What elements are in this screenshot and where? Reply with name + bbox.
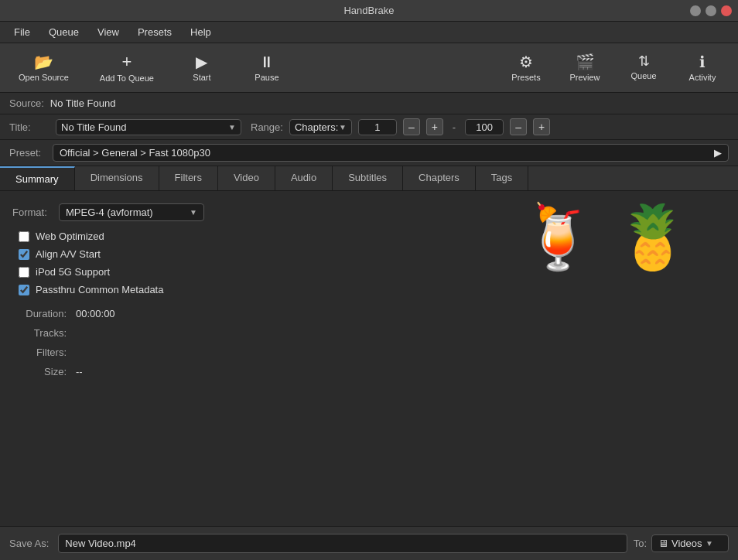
passthru-label: Passthru Common Metadata <box>36 284 163 295</box>
size-label: Size: <box>12 366 67 377</box>
save-as-bar: Save As: To: 🖥 Videos ▼ <box>0 526 738 560</box>
size-value: -- <box>76 366 83 377</box>
to-section: To: 🖥 Videos ▼ <box>634 534 729 552</box>
checkbox-passthru: Passthru Common Metadata <box>19 284 726 295</box>
gear-icon: ⚙ <box>519 54 533 70</box>
menu-queue[interactable]: Queue <box>41 24 87 40</box>
title-row: Title: No Title Found ▼ Range: Chapters:… <box>0 114 738 140</box>
preset-text: Official > General > Fast 1080p30 <box>60 147 210 159</box>
tab-tags[interactable]: Tags <box>476 166 528 190</box>
format-row: Format: MPEG-4 (avformat) ▼ <box>12 203 726 221</box>
range-label: Range: <box>251 121 283 133</box>
tab-subtitles[interactable]: Subtitles <box>333 166 403 190</box>
start-label: Start <box>193 73 210 82</box>
duration-label: Duration: <box>12 308 67 319</box>
preset-arrow: ▶ <box>714 147 722 159</box>
ipod-5g-checkbox[interactable] <box>19 267 29 278</box>
start-button[interactable]: ▶ Start <box>179 51 225 85</box>
preset-value-display[interactable]: Official > General > Fast 1080p30 ▶ <box>53 144 729 162</box>
close-button[interactable]: ✕ <box>721 5 732 16</box>
checkbox-web-optimized: Web Optimized <box>19 230 726 242</box>
preset-label: Preset: <box>9 147 46 159</box>
source-value: No Title Found <box>50 97 116 109</box>
tab-audio[interactable]: Audio <box>275 166 333 190</box>
menu-help[interactable]: Help <box>183 24 219 40</box>
pause-label: Pause <box>255 73 278 82</box>
range-end-decrement[interactable]: – <box>510 118 527 135</box>
preview-label: Preview <box>569 73 600 82</box>
menubar: File Queue View Presets Help <box>0 22 738 43</box>
plus-icon: + <box>121 53 132 70</box>
main-content: Format: MPEG-4 (avformat) ▼ Web Optimize… <box>0 191 738 479</box>
range-type-arrow: ▼ <box>339 123 347 131</box>
format-select-wrapper[interactable]: MPEG-4 (avformat) ▼ <box>59 203 204 221</box>
title-select-wrapper[interactable]: No Title Found ▼ <box>56 119 241 135</box>
title-select[interactable]: No Title Found <box>61 121 228 133</box>
passthru-checkbox[interactable] <box>19 285 29 295</box>
presets-label: Presets <box>511 73 540 82</box>
checkbox-group: Web Optimized Align A/V Start iPod 5G Su… <box>12 230 726 295</box>
open-source-button[interactable]: 📂 Open Source <box>12 51 75 85</box>
folder-open-icon: 📂 <box>34 54 53 70</box>
toolbar: 📂 Open Source + Add To Queue ▶ Start ⏸ P… <box>0 43 738 93</box>
toolbar-right: ⚙ Presets 🎬 Preview ⇅ Queue ℹ Activity <box>503 51 726 85</box>
to-select[interactable]: Videos <box>671 538 702 549</box>
activity-label: Activity <box>689 73 716 82</box>
menu-presets[interactable]: Presets <box>130 24 179 40</box>
tab-summary[interactable]: Summary <box>0 166 75 190</box>
open-source-label: Open Source <box>19 73 69 82</box>
to-select-arrow: ▼ <box>706 539 713 548</box>
preview-button[interactable]: 🎬 Preview <box>562 51 608 85</box>
save-as-input[interactable] <box>58 534 627 553</box>
size-row: Size: -- <box>12 366 726 377</box>
maximize-button[interactable]: ◻ <box>706 5 716 16</box>
menu-file[interactable]: File <box>6 24 38 40</box>
menu-view[interactable]: View <box>90 24 127 40</box>
ipod-5g-label: iPod 5G Support <box>36 266 110 278</box>
queue-label: Queue <box>630 71 656 80</box>
tab-video[interactable]: Video <box>218 166 275 190</box>
tab-chapters[interactable]: Chapters <box>403 166 476 190</box>
range-end-input[interactable] <box>465 119 504 135</box>
presets-button[interactable]: ⚙ Presets <box>503 51 549 85</box>
window-title: HandBrake <box>343 5 394 16</box>
align-av-checkbox[interactable] <box>19 249 29 260</box>
source-label: Source: <box>9 97 44 109</box>
tab-filters[interactable]: Filters <box>159 166 218 190</box>
range-start-decrement[interactable]: – <box>403 118 420 135</box>
add-to-queue-label: Add To Queue <box>100 73 154 83</box>
range-end-increment[interactable]: + <box>533 118 550 135</box>
bottom-area: When Done: Show Notification ▼ Save As: … <box>0 532 738 560</box>
format-select[interactable]: MPEG-4 (avformat) <box>66 207 190 218</box>
add-to-queue-button[interactable]: + Add To Queue <box>94 50 160 86</box>
tracks-label: Tracks: <box>12 327 67 339</box>
pause-button[interactable]: ⏸ Pause <box>244 51 290 85</box>
queue-button[interactable]: ⇅ Queue <box>620 51 667 85</box>
web-optimized-checkbox[interactable] <box>19 231 29 242</box>
activity-button[interactable]: ℹ Activity <box>679 51 726 85</box>
tab-dimensions[interactable]: Dimensions <box>75 166 159 190</box>
filters-row: Filters: <box>12 347 726 358</box>
web-optimized-label: Web Optimized <box>36 230 104 242</box>
range-start-increment[interactable]: + <box>426 118 443 135</box>
checkbox-ipod-5g: iPod 5G Support <box>19 266 726 278</box>
window-controls: – ◻ ✕ <box>690 5 732 16</box>
align-av-label: Align A/V Start <box>36 248 101 260</box>
tab-bar: Summary Dimensions Filters Video Audio S… <box>0 166 738 191</box>
range-start-input[interactable] <box>358 119 397 135</box>
save-as-label: Save As: <box>9 538 49 549</box>
duration-value: 00:00:00 <box>76 308 115 319</box>
to-folder-icon: 🖥 <box>658 538 668 549</box>
minimize-button[interactable]: – <box>690 5 701 16</box>
source-bar: Source: No Title Found <box>0 93 738 114</box>
play-icon: ▶ <box>196 54 207 70</box>
title-label: Title: <box>9 121 46 133</box>
queue-icon: ⇅ <box>638 54 650 68</box>
range-type-select[interactable]: Chapters: <box>295 121 339 133</box>
to-select-wrapper[interactable]: 🖥 Videos ▼ <box>651 534 729 552</box>
preview-icon: 🎬 <box>576 54 595 70</box>
filters-label: Filters: <box>12 347 67 358</box>
pause-icon: ⏸ <box>259 54 275 70</box>
range-type-wrapper[interactable]: Chapters: ▼ <box>289 119 352 135</box>
titlebar: HandBrake – ◻ ✕ <box>0 0 738 22</box>
